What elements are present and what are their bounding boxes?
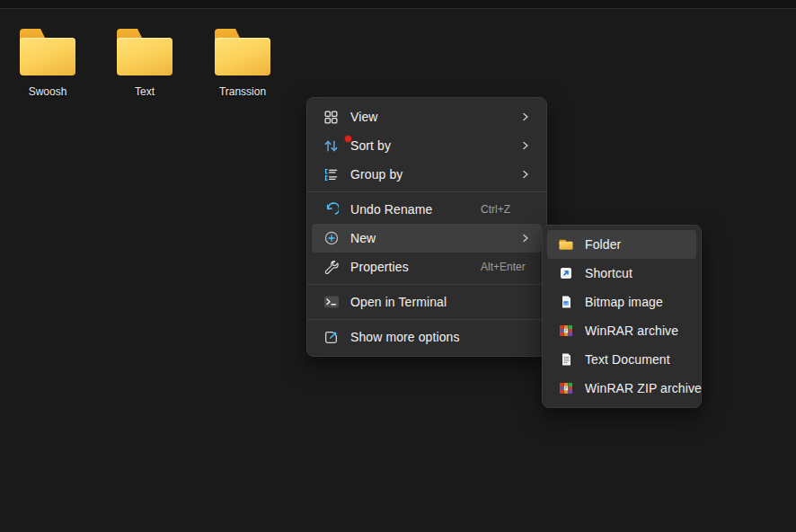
submenu-item-label: Folder bbox=[585, 237, 621, 252]
chevron-right-icon bbox=[518, 110, 533, 124]
submenu-item-text-document[interactable]: Text Document bbox=[547, 345, 696, 374]
submenu-item-folder[interactable]: Folder bbox=[547, 230, 696, 259]
folder-icon bbox=[558, 236, 574, 253]
menu-item-label: New bbox=[350, 231, 376, 245]
menu-separator bbox=[307, 319, 546, 320]
cursor-dot bbox=[345, 136, 351, 142]
menu-item-label: Group by bbox=[350, 167, 402, 182]
folder-icon bbox=[116, 27, 173, 77]
menu-item-shortcut: Alt+Enter bbox=[481, 261, 533, 273]
menu-item-label: Sort by bbox=[350, 138, 391, 153]
submenu-item-shortcut[interactable]: Shortcut bbox=[547, 259, 696, 288]
menu-item-properties[interactable]: Properties Alt+Enter bbox=[312, 253, 542, 281]
menu-item-new[interactable]: New bbox=[312, 224, 542, 253]
submenu-item-label: Shortcut bbox=[585, 266, 632, 280]
submenu-item-label: WinRAR archive bbox=[585, 324, 678, 338]
menu-item-label: Open in Terminal bbox=[350, 295, 447, 309]
submenu-item-winrar-archive[interactable]: WinRAR archive bbox=[547, 316, 696, 345]
menu-item-group-by[interactable]: Group by bbox=[312, 160, 542, 189]
menu-item-label: Undo Rename bbox=[350, 202, 432, 217]
chevron-right-icon bbox=[518, 138, 533, 153]
submenu-item-winrar-zip-archive[interactable]: WinRAR ZIP archive bbox=[547, 374, 696, 403]
bitmap-image-icon bbox=[558, 294, 574, 311]
chevron-right-icon bbox=[518, 167, 533, 182]
desktop: Swoosh Text Transsion View Sort by bbox=[0, 0, 796, 532]
menu-separator bbox=[307, 284, 546, 285]
menu-item-shortcut: Ctrl+Z bbox=[481, 203, 533, 216]
menu-item-undo-rename[interactable]: Undo Rename Ctrl+Z bbox=[312, 195, 542, 224]
expand-icon bbox=[323, 329, 340, 346]
menu-item-show-more-options[interactable]: Show more options bbox=[312, 323, 542, 351]
folder-icon bbox=[19, 27, 76, 77]
menu-separator bbox=[307, 191, 546, 192]
folder-icon bbox=[214, 27, 271, 77]
menu-item-label: View bbox=[350, 110, 378, 124]
submenu-item-label: Bitmap image bbox=[585, 295, 663, 309]
shortcut-icon bbox=[558, 265, 574, 282]
winrar-icon bbox=[558, 323, 574, 340]
new-plus-icon bbox=[323, 230, 340, 247]
menu-item-label: Properties bbox=[350, 260, 409, 274]
terminal-icon bbox=[323, 294, 340, 311]
view-grid-icon bbox=[323, 109, 340, 126]
folder-label: Text bbox=[135, 85, 155, 98]
new-submenu: Folder Shortcut Bitmap image WinRAR arch… bbox=[542, 225, 702, 408]
menu-item-label: Show more options bbox=[350, 330, 460, 344]
desktop-folder-text[interactable]: Text bbox=[107, 27, 182, 98]
submenu-item-label: WinRAR ZIP archive bbox=[585, 381, 702, 395]
sort-arrows-icon bbox=[323, 137, 340, 155]
cropped-window-edge bbox=[0, 0, 796, 9]
submenu-item-label: Text Document bbox=[585, 352, 670, 367]
text-document-icon bbox=[558, 351, 574, 368]
wrench-icon bbox=[323, 259, 340, 276]
winrar-icon bbox=[558, 380, 574, 397]
undo-icon bbox=[323, 201, 340, 218]
group-list-icon bbox=[323, 166, 340, 183]
desktop-folder-transsion[interactable]: Transsion bbox=[205, 27, 280, 98]
desktop-folder-swoosh[interactable]: Swoosh bbox=[10, 27, 85, 98]
menu-item-view[interactable]: View bbox=[312, 102, 542, 131]
menu-item-open-in-terminal[interactable]: Open in Terminal bbox=[312, 288, 542, 316]
folder-label: Swoosh bbox=[29, 85, 67, 98]
folder-label: Transsion bbox=[219, 85, 266, 98]
submenu-item-bitmap-image[interactable]: Bitmap image bbox=[547, 288, 696, 316]
context-menu: View Sort by Group by bbox=[306, 97, 547, 357]
chevron-right-icon bbox=[518, 231, 533, 245]
